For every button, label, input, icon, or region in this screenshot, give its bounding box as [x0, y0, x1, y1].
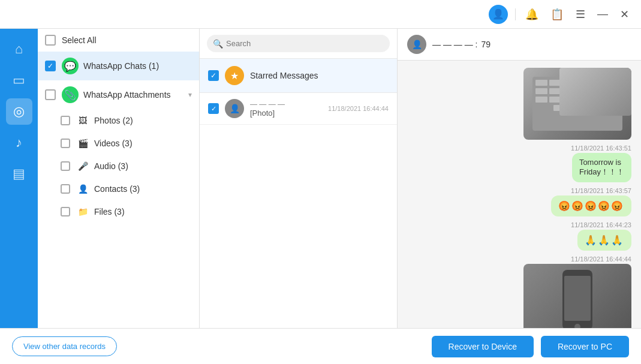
contacts-checkbox[interactable] — [61, 184, 70, 194]
msg-friday: 11/18/2021 16:43:51 Tomorrow isFriday！！！ — [407, 145, 631, 182]
videos-icon: 🎬 — [76, 137, 89, 150]
menu-icon[interactable]: ☰ — [573, 5, 588, 23]
files-item[interactable]: 📁 Files (3) — [56, 200, 199, 223]
msg-friday-time: 11/18/2021 16:43:51 — [571, 145, 631, 152]
msg-phone-time: 11/18/2021 16:44:44 — [571, 255, 631, 263]
left-panel: Select All ✓ 💬 WhatsApp Chats (1) 📎 What… — [38, 29, 200, 328]
whatsapp-chats-icon: 💬 — [62, 58, 79, 74]
recover-to-pc-button[interactable]: Recover to PC — [541, 336, 629, 357]
middle-panel: 🔍 ✓ ★ Starred Messages ✓ 👤 — — — — [Phot… — [200, 29, 398, 328]
message-time: 11/18/2021 16:44:44 — [328, 105, 389, 112]
profile-icon[interactable]: 👤 — [489, 5, 508, 24]
msg-emojis2-time: 11/18/2021 16:44:23 — [571, 221, 631, 228]
right-contact-name: — — — — : — [432, 40, 477, 49]
phone-image — [523, 264, 631, 328]
starred-checkbox[interactable]: ✓ — [208, 70, 219, 81]
msg-friday-bubble: Tomorrow isFriday！！！ — [572, 153, 631, 182]
recover-to-device-button[interactable]: Recover to Device — [432, 336, 534, 357]
sidebar-item-files[interactable]: ▤ — [6, 161, 32, 187]
select-all-item[interactable]: Select All — [38, 29, 199, 52]
contacts-icon: 👤 — [76, 182, 89, 195]
sidebar-item-music[interactable]: ♪ — [6, 130, 32, 156]
audio-label: Audio (3) — [94, 161, 192, 171]
star-icon: ★ — [225, 66, 244, 85]
select-all-checkbox[interactable] — [45, 35, 56, 46]
whatsapp-attachments-icon: 📎 — [62, 86, 79, 103]
chat-messages: 11/18/2021 16:43:51 Tomorrow isFriday！！！… — [398, 61, 641, 328]
message-preview: [Photo] — [250, 109, 328, 118]
search-bar: 🔍 — [200, 29, 397, 59]
msg-emojis2: 11/18/2021 16:44:23 🙏🙏🙏 — [407, 221, 631, 251]
videos-item[interactable]: 🎬 Videos (3) — [56, 132, 199, 155]
files-label: Files (3) — [94, 207, 192, 216]
keyboard-image — [523, 68, 631, 140]
contacts-label: Contacts (3) — [94, 184, 192, 194]
files-checkbox[interactable] — [61, 207, 70, 216]
videos-checkbox[interactable] — [61, 139, 70, 148]
document-icon[interactable]: 📋 — [548, 5, 566, 23]
sidebar: ⌂ ▭ ◎ ♪ ▤ — [0, 29, 38, 328]
whatsapp-chats-checkbox[interactable]: ✓ — [45, 61, 56, 71]
message-sender: — — — — — [250, 100, 328, 109]
starred-label: Starred Messages — [250, 71, 318, 80]
msg-emojis1-time: 11/18/2021 16:43:57 — [571, 187, 631, 194]
msg-phone-image: 11/18/2021 16:44:44 — [407, 255, 631, 328]
whatsapp-attachments-checkbox[interactable] — [45, 89, 56, 100]
contacts-item[interactable]: 👤 Contacts (3) — [56, 178, 199, 200]
title-divider — [515, 8, 516, 20]
files-icon: 📁 — [76, 205, 89, 218]
right-message-count: 79 — [481, 40, 490, 49]
title-bar: 👤 🔔 📋 ☰ — ✕ — [0, 0, 641, 29]
message-info: — — — — [Photo] — [250, 100, 328, 118]
svg-rect-13 — [535, 97, 547, 103]
photos-checkbox[interactable] — [61, 116, 70, 125]
photos-item[interactable]: 🖼 Photos (2) — [56, 109, 199, 132]
message-avatar: 👤 — [225, 99, 244, 118]
photos-label: Photos (2) — [94, 116, 192, 125]
view-other-button[interactable]: View other data records — [12, 336, 117, 356]
videos-label: Videos (3) — [94, 139, 192, 148]
audio-icon: 🎤 — [76, 160, 89, 173]
audio-item[interactable]: 🎤 Audio (3) — [56, 155, 199, 178]
search-icon: 🔍 — [213, 39, 223, 49]
starred-messages-header[interactable]: ✓ ★ Starred Messages — [200, 59, 397, 93]
select-all-label: Select All — [62, 35, 192, 45]
whatsapp-attachments-label: WhatsApp Attachments — [83, 90, 188, 100]
search-input[interactable] — [207, 35, 390, 52]
right-contact-avatar: 👤 — [407, 35, 426, 54]
keyboard-image-msg — [407, 68, 631, 140]
whatsapp-chats-item[interactable]: ✓ 💬 WhatsApp Chats (1) — [38, 52, 199, 80]
msg-emojis1: 11/18/2021 16:43:57 😡😡😡😡😡 — [407, 187, 631, 216]
svg-rect-7 — [535, 88, 547, 94]
right-panel: 👤 — — — — : 79 — [398, 29, 641, 328]
photos-icon: 🖼 — [76, 114, 89, 127]
msg-emojis1-bubble: 😡😡😡😡😡 — [551, 195, 631, 216]
whatsapp-chats-label: WhatsApp Chats (1) — [83, 61, 192, 71]
right-header: 👤 — — — — : 79 — [398, 29, 641, 61]
expand-icon: ▾ — [188, 91, 192, 99]
whatsapp-attachments-item[interactable]: 📎 WhatsApp Attachments ▾ — [38, 80, 199, 109]
audio-checkbox[interactable] — [61, 161, 70, 171]
close-button[interactable]: ✕ — [618, 5, 631, 23]
attachments-sub-items: 🖼 Photos (2) 🎬 Videos (3) 🎤 Audio (3) — [38, 109, 199, 223]
title-bar-controls: 👤 🔔 📋 ☰ — ✕ — [489, 5, 631, 24]
svg-rect-21 — [564, 276, 591, 321]
sidebar-item-whatsapp[interactable]: ◎ — [6, 98, 32, 125]
phone-svg — [553, 267, 601, 328]
sidebar-item-phone[interactable]: ▭ — [6, 67, 32, 94]
svg-rect-1 — [535, 80, 547, 86]
main-content: ⌂ ▭ ◎ ♪ ▤ Select All ✓ 💬 WhatsApp Chats … — [0, 29, 641, 328]
minimize-button[interactable]: — — [595, 5, 610, 23]
message-item[interactable]: ✓ 👤 — — — — [Photo] 11/18/2021 16:44:44 — [200, 93, 397, 125]
msg-emojis2-bubble: 🙏🙏🙏 — [577, 230, 631, 251]
message-checkbox[interactable]: ✓ — [208, 103, 219, 114]
bell-icon[interactable]: 🔔 — [523, 5, 541, 23]
sidebar-item-home[interactable]: ⌂ — [6, 36, 32, 62]
bottom-bar: View other data records Recover to Devic… — [0, 328, 641, 364]
